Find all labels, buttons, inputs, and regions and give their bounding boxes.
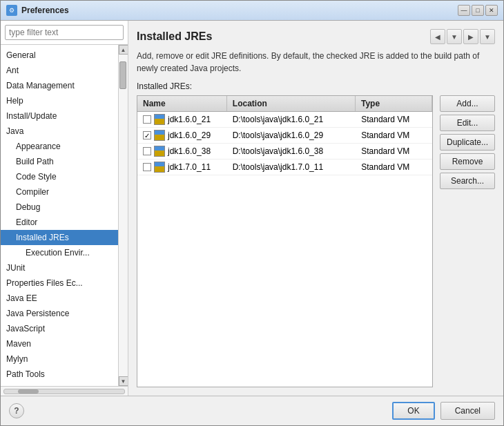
tree-item[interactable]: Help <box>1 93 118 108</box>
tree-item[interactable]: Java Persistence <box>1 306 118 321</box>
tree-item[interactable]: Ant <box>1 63 118 78</box>
tree-item[interactable]: Editor <box>1 215 118 230</box>
scroll-down-button[interactable]: ▼ <box>119 376 128 386</box>
tree-item[interactable]: JavaScript <box>1 321 118 336</box>
panel-title: Installed JREs <box>137 30 212 43</box>
add----button[interactable]: Add... <box>440 95 495 112</box>
tree-item[interactable]: Debug <box>1 200 118 215</box>
cell-type: Standard VM <box>356 144 432 158</box>
remove-button[interactable]: Remove <box>440 153 495 170</box>
right-panel: Installed JREs ◀ ▼ ▶ ▼ Add, remove or ed… <box>128 21 503 396</box>
window-icon: ⚙ <box>6 5 17 16</box>
window-title: Preferences <box>21 6 69 15</box>
jre-checkbox[interactable] <box>143 147 151 155</box>
tree-item[interactable]: Data Management <box>1 78 118 93</box>
tree-item[interactable]: Compiler <box>1 184 118 200</box>
forward-dropdown-button[interactable]: ▼ <box>480 29 495 44</box>
jre-checkbox[interactable]: ✓ <box>143 131 151 139</box>
tree-item[interactable]: Appearance <box>1 139 118 154</box>
jre-checkbox[interactable] <box>143 115 151 124</box>
table-header: Name Location Type <box>137 96 432 112</box>
minimize-button[interactable]: — <box>458 5 470 16</box>
table-row[interactable]: jdk1.7.0_11 D:\tools\java\jdk1.7.0_11 St… <box>137 159 432 175</box>
help-button[interactable]: ? <box>9 403 24 418</box>
tree-item[interactable]: Build Path <box>1 154 118 169</box>
side-buttons: Add...Edit...Duplicate...RemoveSearch... <box>440 95 495 387</box>
duplicate----button[interactable]: Duplicate... <box>440 134 495 151</box>
jre-icon <box>154 130 165 141</box>
jre-icon <box>154 162 165 173</box>
cell-name: jdk1.7.0_11 <box>137 159 227 175</box>
preferences-window: ⚙ Preferences — □ ✕ GeneralAntData Manag… <box>0 0 504 426</box>
cell-name: jdk1.6.0_21 <box>137 112 227 127</box>
cell-name: ✓ jdk1.6.0_29 <box>137 128 227 143</box>
filter-input[interactable] <box>5 25 124 40</box>
ok-button[interactable]: OK <box>392 402 434 420</box>
cancel-button[interactable]: Cancel <box>440 402 495 420</box>
tree-item[interactable]: Installed JREs <box>1 230 118 245</box>
cell-location: D:\tools\java\jdk1.6.0_29 <box>227 128 356 142</box>
scroll-track <box>119 55 128 376</box>
scroll-up-button[interactable]: ▲ <box>119 45 128 55</box>
toolbar: ◀ ▼ ▶ ▼ <box>430 29 495 44</box>
tree-item[interactable]: Java <box>1 124 118 139</box>
filter-box <box>1 21 128 45</box>
tree-item[interactable]: Install/Update <box>1 108 118 124</box>
tree-item[interactable]: Path Tools <box>1 367 118 382</box>
col-location: Location <box>227 96 356 111</box>
cell-type: Standard VM <box>356 113 432 126</box>
cell-type: Standard VM <box>356 128 432 142</box>
col-name: Name <box>137 96 227 111</box>
title-bar: ⚙ Preferences — □ ✕ <box>1 1 503 21</box>
title-buttons: — □ ✕ <box>458 5 498 16</box>
tree-scrollbar: ▲ ▼ <box>118 45 128 386</box>
table-row[interactable]: jdk1.6.0_21 D:\tools\java\jdk1.6.0_21 St… <box>137 112 432 128</box>
tree-item[interactable]: Mylyn <box>1 351 118 367</box>
edit----button[interactable]: Edit... <box>440 115 495 131</box>
tree-item[interactable]: JUnit <box>1 260 118 275</box>
table-row[interactable]: jdk1.6.0_38 D:\tools\java\jdk1.6.0_38 St… <box>137 144 432 159</box>
tree-area: GeneralAntData ManagementHelpInstall/Upd… <box>1 45 118 386</box>
main-content: GeneralAntData ManagementHelpInstall/Upd… <box>1 21 503 396</box>
description-text: Add, remove or edit JRE definitions. By … <box>137 50 495 75</box>
tree-item[interactable]: Java EE <box>1 291 118 306</box>
col-type: Type <box>356 96 432 111</box>
installed-label: Installed JREs: <box>137 81 495 91</box>
horizontal-scrollbar <box>1 386 128 396</box>
jre-checkbox[interactable] <box>143 163 151 171</box>
tree-item[interactable]: Maven <box>1 336 118 351</box>
tree-item[interactable]: Properties Files Ec... <box>1 275 118 291</box>
dialog-buttons: OK Cancel <box>392 402 495 420</box>
h-scroll-track[interactable] <box>3 389 125 394</box>
jre-icon <box>154 146 165 157</box>
search----button[interactable]: Search... <box>440 173 495 189</box>
forward-button[interactable]: ▶ <box>463 29 478 44</box>
cell-location: D:\tools\java\jdk1.6.0_21 <box>227 113 356 126</box>
h-scroll-thumb[interactable] <box>18 389 39 394</box>
panel-header: Installed JREs ◀ ▼ ▶ ▼ <box>137 29 495 44</box>
back-dropdown-button[interactable]: ▼ <box>447 29 462 44</box>
cell-location: D:\tools\java\jdk1.7.0_11 <box>227 160 356 174</box>
back-button[interactable]: ◀ <box>430 29 445 44</box>
cell-type: Standard VM <box>356 160 432 174</box>
cell-location: D:\tools\java\jdk1.6.0_38 <box>227 144 356 158</box>
jre-icon <box>154 114 165 125</box>
tree-item[interactable]: Code Style <box>1 169 118 184</box>
maximize-button[interactable]: □ <box>472 5 484 16</box>
bottom-bar: ? OK Cancel <box>1 396 503 425</box>
left-panel: GeneralAntData ManagementHelpInstall/Upd… <box>1 21 128 396</box>
jre-table: Name Location Type jdk1.6.0_21 D:\tools\… <box>137 95 433 387</box>
table-body: jdk1.6.0_21 D:\tools\java\jdk1.6.0_21 St… <box>137 112 432 387</box>
scroll-thumb[interactable] <box>119 61 126 89</box>
main-area: Name Location Type jdk1.6.0_21 D:\tools\… <box>137 95 495 387</box>
tree-item[interactable]: Execution Envir... <box>1 245 118 260</box>
table-row[interactable]: ✓ jdk1.6.0_29 D:\tools\java\jdk1.6.0_29 … <box>137 128 432 144</box>
tree-item[interactable]: General <box>1 48 118 63</box>
cell-name: jdk1.6.0_38 <box>137 144 227 159</box>
close-button[interactable]: ✕ <box>485 5 498 16</box>
